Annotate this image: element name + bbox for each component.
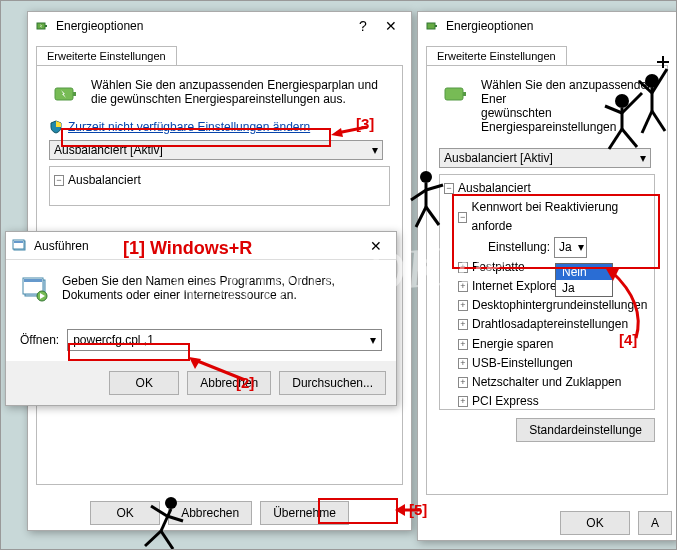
svg-rect-1 (45, 25, 47, 27)
button-row-2: OK A (418, 503, 676, 543)
chevron-down-icon: ▾ (640, 151, 646, 165)
expand-icon[interactable]: + (458, 339, 468, 350)
cancel-button-2[interactable]: A (638, 511, 672, 535)
run-input[interactable]: powercfg.cpl ,1 ▾ (67, 329, 382, 351)
run-titlebar: Ausführen ✕ (6, 232, 396, 260)
plan-dropdown-2[interactable]: Ausbalanciert [Aktiv] ▾ (439, 148, 651, 168)
tree-item-password: Kennwort bei Reaktivierung anforde (471, 198, 650, 236)
tree-2[interactable]: −Ausbalanciert −Kennwort bei Reaktivieru… (439, 174, 655, 410)
expand-icon[interactable]: + (458, 358, 468, 369)
change-unavailable-link[interactable]: Zurzeit nicht verfügbare Einstellungen ä… (49, 120, 390, 134)
run-dialog: Ausführen ✕ Geben Sie den Namen eines Pr… (5, 231, 397, 406)
restore-defaults-button[interactable]: Standardeinstellunge (516, 418, 655, 442)
setting-value-dropdown[interactable]: Ja ▾ (554, 237, 587, 258)
ok-button-2[interactable]: OK (560, 511, 630, 535)
run-ok-button[interactable]: OK (109, 371, 179, 395)
tree-item-usb: USB-Einstellungen (472, 354, 573, 373)
expand-icon[interactable]: + (458, 319, 468, 330)
svg-rect-8 (445, 88, 463, 100)
svg-rect-15 (24, 279, 42, 282)
expand-icon[interactable]: + (458, 396, 468, 407)
tab-advanced-2[interactable]: Erweiterte Einstellungen (426, 46, 567, 65)
svg-rect-9 (463, 92, 466, 96)
tree-item-save-energy: Energie sparen (472, 335, 553, 354)
tab-advanced-1[interactable]: Erweiterte Einstellungen (36, 46, 177, 65)
expand-icon[interactable]: + (458, 377, 468, 388)
setting-label: Einstellung: (488, 238, 550, 257)
tree-item-ie: Internet Explorer (472, 277, 561, 296)
dropdown-option-nein[interactable]: Nein (556, 264, 612, 280)
run-browse-button[interactable]: Durchsuchen... (279, 371, 386, 395)
tab-body-2: Wählen Sie den anzupassenden Energewünsc… (426, 65, 668, 495)
tree-item-pci: PCI Express (472, 392, 539, 410)
run-cancel-button[interactable]: Abbrechen (187, 371, 271, 395)
svg-line-50 (161, 531, 173, 549)
button-row-1: OK Abbrechen Übernehme (28, 493, 411, 533)
ok-button-1[interactable]: OK (90, 501, 160, 525)
plan-value-1: Ausbalanciert [Aktiv] (54, 143, 163, 157)
run-large-icon (20, 274, 52, 309)
open-label: Öffnen: (20, 333, 59, 347)
close-button[interactable]: ✕ (362, 238, 390, 254)
svg-rect-6 (427, 23, 435, 29)
battery-plug-icon (34, 18, 50, 34)
chevron-down-icon: ▾ (578, 238, 584, 257)
shield-icon (49, 120, 63, 134)
tree-1[interactable]: −Ausbalanciert (49, 166, 390, 206)
setting-dropdown-list[interactable]: Nein Ja (555, 263, 613, 297)
chevron-down-icon: ▾ (370, 333, 376, 347)
run-input-value: powercfg.cpl ,1 (73, 333, 154, 347)
collapse-icon[interactable]: − (458, 212, 467, 223)
tree-item-buttons: Netzschalter und Zuklappen (472, 373, 621, 392)
titlebar-1: Energieoptionen ? ✕ (28, 12, 411, 40)
expand-icon[interactable]: + (458, 300, 468, 311)
expand-icon[interactable]: + (458, 281, 468, 292)
help-button[interactable]: ? (349, 18, 377, 34)
tree-item-wireless: Drahtlosadaptereinstellungen (472, 315, 628, 334)
plan-dropdown-1[interactable]: Ausbalanciert [Aktiv] ▾ (49, 140, 383, 160)
chevron-down-icon: ▾ (372, 143, 378, 157)
svg-rect-7 (435, 25, 437, 27)
collapse-icon[interactable]: − (54, 175, 64, 186)
battery-large-icon (49, 78, 81, 110)
close-button[interactable]: ✕ (377, 18, 405, 34)
run-description: Geben Sie den Namen eines Programms, Ord… (62, 274, 382, 309)
intro-text-2: Wählen Sie den anzupassenden Energewünsc… (481, 78, 655, 134)
battery-plug-icon (424, 18, 440, 34)
tree-item-hdd: Festplatte (472, 258, 525, 277)
titlebar-2: Energieoptionen (418, 12, 676, 40)
plan-value-2: Ausbalanciert [Aktiv] (444, 151, 553, 165)
svg-rect-4 (73, 92, 76, 96)
intro-text-1: Wählen Sie den anzupassenden Energiespar… (91, 78, 390, 110)
link-text: Zurzeit nicht verfügbare Einstellungen ä… (68, 120, 310, 134)
dropdown-option-ja[interactable]: Ja (556, 280, 612, 296)
tree-root-2: Ausbalanciert (458, 179, 531, 198)
battery-large-icon (439, 78, 471, 110)
window-title-1: Energieoptionen (56, 19, 349, 33)
energy-options-window-2: Energieoptionen Erweiterte Einstellungen… (417, 11, 677, 541)
tree-item-desktop: Desktophintergrundeinstellungen (472, 296, 647, 315)
run-title: Ausführen (34, 239, 362, 253)
collapse-icon[interactable]: − (444, 183, 454, 194)
apply-button-1[interactable]: Übernehme (260, 501, 349, 525)
run-icon (12, 238, 28, 254)
cancel-button-1[interactable]: Abbrechen (168, 501, 252, 525)
tree-root-1: Ausbalanciert (68, 171, 141, 190)
svg-rect-12 (14, 241, 23, 243)
window-title-2: Energieoptionen (446, 19, 670, 33)
expand-icon[interactable]: + (458, 262, 468, 273)
svg-line-49 (145, 531, 161, 546)
